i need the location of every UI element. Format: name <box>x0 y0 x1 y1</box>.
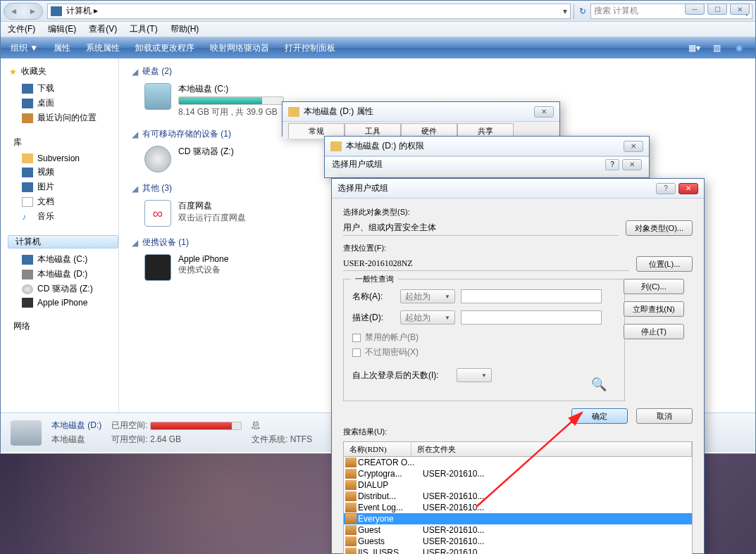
close-button[interactable]: ✕ <box>730 4 750 15</box>
permissions-dialog: 本地磁盘 (D:) 的权限 ✕ 选择用户或组 ? ✕ <box>324 136 650 178</box>
name-label: 名称(A): <box>352 291 395 303</box>
col-folder[interactable]: 所在文件夹 <box>411 442 692 456</box>
breadcrumb[interactable]: 计算机 ▸ <box>66 5 98 17</box>
menu-view[interactable]: 查看(V) <box>89 23 117 35</box>
object-type-label: 选择此对象类型(S): <box>343 207 693 218</box>
preview-pane-button[interactable]: ▥ <box>710 42 723 54</box>
disabled-accounts-checkbox[interactable]: 禁用的帐户(B) <box>352 332 616 344</box>
col-name[interactable]: 名称(RDN) <box>344 442 411 456</box>
query-tab-label[interactable]: 一般性查询 <box>351 274 398 284</box>
baidu-drive[interactable]: ∞ 百度网盘双击运行百度网盘 <box>144 200 271 227</box>
name-input[interactable] <box>461 289 602 303</box>
properties-dialog: 本地磁盘 (D:) 属性 ✕ 常规 工具 硬件 共享 <box>282 101 560 137</box>
address-bar[interactable]: 计算机 ▸ ▾ <box>47 4 571 19</box>
pictures-icon <box>22 182 33 192</box>
forward-button[interactable]: ► <box>27 5 39 18</box>
dialog-titlebar[interactable]: 本地磁盘 (D:) 属性 ✕ <box>283 102 559 122</box>
close-button[interactable]: ✕ <box>622 159 642 170</box>
result-row[interactable]: GuestUSER-201610... <box>344 524 692 536</box>
result-row[interactable]: Everyone <box>344 513 692 524</box>
toolbar-uninstall[interactable]: 卸载或更改程序 <box>135 42 194 54</box>
desc-label: 描述(D): <box>352 312 395 324</box>
desktop-icon <box>22 99 33 108</box>
sidebar-network-head[interactable]: 网络 <box>9 320 118 332</box>
toolbar: 组织 ▼ 属性 系统属性 卸载或更改程序 映射网络驱动器 打开控制面板 ▦▾ ▥… <box>1 37 755 58</box>
result-row[interactable]: DIALUP <box>344 479 692 491</box>
sidebar-item-recent[interactable]: 最近访问的位置 <box>9 111 118 125</box>
result-row[interactable]: CREATOR O... <box>344 457 692 468</box>
refresh-button[interactable]: ↻ <box>574 4 590 19</box>
find-now-button[interactable]: 立即查找(N) <box>624 301 684 317</box>
toolbar-control-panel[interactable]: 打开控制面板 <box>285 42 335 54</box>
help-button[interactable]: ◉ <box>733 42 745 54</box>
object-type-button[interactable]: 对象类型(O)... <box>626 220 693 236</box>
drive-z[interactable]: CD 驱动器 (Z:) <box>144 146 271 172</box>
sidebar-favorites-head[interactable]: ★收藏夹 <box>9 65 118 77</box>
sidebar-item-documents[interactable]: 文档 <box>9 194 118 209</box>
drive-c[interactable]: 本地磁盘 (C:) 8.14 GB 可用 , 共 39.9 GB <box>144 83 271 118</box>
toolbar-organize[interactable]: 组织 ▼ <box>11 42 38 54</box>
nav-buttons: ◄ ► <box>4 3 43 20</box>
sidebar-item-iphone[interactable]: Apple iPhone <box>9 296 118 309</box>
download-icon <box>22 84 33 94</box>
stop-button[interactable]: 停止(T) <box>624 324 684 339</box>
dialog-titlebar[interactable]: 本地磁盘 (D:) 的权限 ✕ <box>325 137 649 156</box>
iphone-device[interactable]: Apple iPhone便携式设备 <box>144 254 271 281</box>
help-button[interactable]: ? <box>605 159 619 170</box>
menubar: 文件(F) 编辑(E) 查看(V) 工具(T) 帮助(H) <box>1 22 755 37</box>
result-row[interactable]: GuestsUSER-201610... <box>344 536 692 547</box>
location-button[interactable]: 位置(L)... <box>636 256 693 272</box>
result-row[interactable]: Distribut...USER-201610... <box>344 491 692 502</box>
toolbar-sys-properties[interactable]: 系统属性 <box>86 42 120 54</box>
dialog-titlebar[interactable]: 选择用户或组 ? ✕ <box>332 179 704 199</box>
days-combo[interactable]: ▼ <box>457 368 492 382</box>
ok-button[interactable]: 确定 <box>571 408 628 424</box>
drive-icon <box>22 255 33 265</box>
name-combo[interactable]: 起始为▼ <box>400 289 455 303</box>
sidebar-item-video[interactable]: 视频 <box>9 165 118 180</box>
results-list[interactable]: CREATOR O...Cryptogra...USER-201610...DI… <box>343 457 693 554</box>
sidebar-item-drive-z[interactable]: CD 驱动器 (Z:) <box>9 282 118 296</box>
desc-input[interactable] <box>461 310 602 325</box>
menu-file[interactable]: 文件(F) <box>8 23 35 35</box>
desc-combo[interactable]: 起始为▼ <box>400 310 455 325</box>
group-icon <box>345 525 357 535</box>
sidebar-item-drive-d[interactable]: 本地磁盘 (D:) <box>9 267 118 282</box>
results-area: 名称(RDN) 所在文件夹 CREATOR O...Cryptogra...US… <box>343 441 693 554</box>
sidebar-computer-head[interactable]: 计算机 <box>8 235 118 248</box>
close-button[interactable]: ✕ <box>678 183 698 194</box>
minimize-button[interactable]: ─ <box>685 4 705 15</box>
sidebar-libraries-head[interactable]: 库 <box>9 137 118 149</box>
object-type-value: 用户、组或内置安全主体 <box>343 220 619 236</box>
maximize-button[interactable]: ☐ <box>707 4 727 15</box>
sidebar-item-drive-c[interactable]: 本地磁盘 (C:) <box>9 252 118 267</box>
no-expire-checkbox[interactable]: 不过期密码(X) <box>352 346 616 358</box>
result-row[interactable]: Event Log...USER-201610... <box>344 502 692 513</box>
sidebar-item-desktop[interactable]: 桌面 <box>9 96 118 111</box>
menu-tools[interactable]: 工具(T) <box>130 23 157 35</box>
checkbox-icon <box>352 334 361 342</box>
close-button[interactable]: ✕ <box>534 106 554 118</box>
menu-help[interactable]: 帮助(H) <box>171 23 199 35</box>
location-value: USER-20161028NZ <box>343 257 629 271</box>
view-mode-button[interactable]: ▦▾ <box>688 42 700 54</box>
cancel-button[interactable]: 取消 <box>636 408 693 424</box>
result-row[interactable]: Cryptogra...USER-201610... <box>344 468 692 479</box>
category-disks[interactable]: ◢硬盘 (2) <box>132 65 743 77</box>
sidebar-item-music[interactable]: ♪音乐 <box>9 209 118 224</box>
help-button[interactable]: ? <box>656 183 676 194</box>
sidebar-item-downloads[interactable]: 下载 <box>9 81 118 96</box>
sidebar-item-pictures[interactable]: 图片 <box>9 180 118 194</box>
toolbar-properties[interactable]: 属性 <box>54 42 70 54</box>
close-button[interactable]: ✕ <box>624 141 643 152</box>
back-button[interactable]: ◄ <box>8 5 20 18</box>
sidebar-item-subversion[interactable]: Subversion <box>9 152 118 165</box>
folder-icon <box>22 153 33 163</box>
video-icon <box>22 168 33 177</box>
toolbar-map-drive[interactable]: 映射网络驱动器 <box>210 42 269 54</box>
menu-edit[interactable]: 编辑(E) <box>48 23 76 35</box>
columns-button[interactable]: 列(C)... <box>624 279 684 294</box>
dropdown-arrow-icon[interactable]: ▾ <box>563 6 567 16</box>
results-header: 名称(RDN) 所在文件夹 <box>343 441 693 457</box>
result-row[interactable]: IIS_IUSRSUSER-201610... <box>344 547 692 554</box>
